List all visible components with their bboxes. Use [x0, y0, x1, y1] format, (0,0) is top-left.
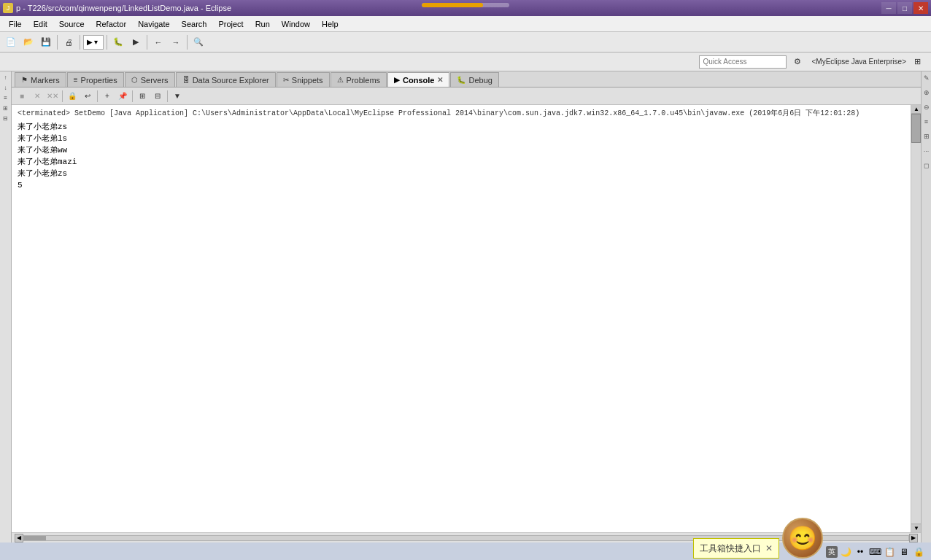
tray-moon-icon[interactable]: 🌙: [839, 545, 852, 559]
menu-help[interactable]: Help: [316, 18, 344, 30]
console-pin[interactable]: 📌: [115, 90, 130, 103]
console-output: <terminated> SetDemo [Java Application] …: [12, 105, 911, 532]
tab-console[interactable]: ▶ Console ✕: [387, 72, 449, 87]
console-line-4: 来了小老弟mazi: [18, 156, 905, 168]
console-tabs: ⚑ Markers ≡ Properties ⬡ Servers 🗄 Data …: [12, 71, 921, 88]
menu-run[interactable]: Run: [250, 18, 276, 30]
toolbar-search[interactable]: 🔍: [190, 34, 206, 50]
toolbar-forward[interactable]: →: [168, 34, 184, 50]
tab-debug-label: Debug: [468, 76, 492, 85]
toolbar-sep-1: [57, 35, 58, 50]
menu-source[interactable]: Source: [53, 18, 90, 30]
tooltip-box: 工具箱快捷入口 ✕: [693, 538, 779, 559]
hscroll-left[interactable]: ◀: [15, 534, 23, 542]
hscroll-thumb[interactable]: [24, 536, 46, 540]
menu-project[interactable]: Project: [212, 18, 249, 30]
toolbar-run-history[interactable]: ▶ ▾: [83, 35, 104, 50]
tray-lock-icon[interactable]: 🔒: [912, 545, 925, 559]
right-sidebar-icon-4[interactable]: ≡: [922, 118, 931, 127]
console-line-6: 5: [18, 179, 905, 191]
sidebar-icon-4[interactable]: ⊞: [1, 105, 10, 114]
tooltip-text: 工具箱快捷入口: [700, 542, 761, 555]
lang-badge[interactable]: 英: [826, 546, 838, 558]
perspective-button[interactable]: ⊞: [909, 54, 925, 70]
console-vscroll[interactable]: ▲ ▼: [911, 105, 921, 532]
eclipse-label: <MyEclipse Java Enterprise>: [811, 58, 906, 66]
right-sidebar-icon-5[interactable]: ⊞: [922, 133, 931, 141]
sidebar-icon-2[interactable]: ↓: [1, 85, 10, 93]
close-button[interactable]: ✕: [913, 2, 928, 14]
right-sidebar: ✎ ⊕ ⊖ ≡ ⊞ ··· ◻: [921, 71, 931, 542]
progress-bar-fill: [422, 3, 483, 7]
vscroll-thumb[interactable]: [911, 114, 921, 143]
toolbar-debug[interactable]: 🐛: [110, 34, 126, 50]
console-remove[interactable]: ✕: [30, 90, 45, 103]
toolbar-new[interactable]: 📄: [3, 34, 19, 50]
console-new[interactable]: +: [100, 90, 115, 103]
menu-window[interactable]: Window: [276, 18, 316, 30]
sidebar-icon-3[interactable]: ≡: [1, 95, 10, 104]
right-sidebar-icon-2[interactable]: ⊕: [922, 89, 931, 98]
console-word-wrap[interactable]: ↩: [80, 90, 95, 103]
toolbar-print[interactable]: 🖨: [61, 34, 77, 50]
tray-monitor-icon[interactable]: 🖥: [897, 545, 911, 559]
console-remove-all[interactable]: ✕✕: [45, 90, 60, 103]
minimize-button[interactable]: ─: [881, 2, 896, 14]
tab-problems-label: Problems: [347, 76, 380, 85]
tray-keyboard-icon[interactable]: ⌨: [868, 545, 881, 559]
sidebar-icon-5[interactable]: ⊟: [1, 115, 10, 124]
console-area: ⚑ Markers ≡ Properties ⬡ Servers 🗄 Data …: [12, 71, 921, 542]
tray-dot-icon[interactable]: ••: [854, 545, 867, 559]
properties-icon: ≡: [74, 76, 78, 84]
menu-file[interactable]: File: [3, 18, 28, 30]
console-terminate[interactable]: ■: [15, 90, 29, 103]
console-close-icon[interactable]: ✕: [437, 76, 443, 84]
console-icon: ▶: [394, 76, 400, 84]
console-sep-2: [97, 90, 98, 102]
tab-snippets[interactable]: ✂ Snippets: [277, 72, 330, 87]
sidebar-icon-1[interactable]: ↑: [1, 74, 10, 83]
menu-navigate[interactable]: Navigate: [132, 18, 175, 30]
toolbar-save[interactable]: 💾: [38, 34, 54, 50]
run-history-arrow: ▾: [94, 38, 98, 46]
console-scroll-lock[interactable]: 🔒: [65, 90, 80, 103]
toolbar-open[interactable]: 📂: [20, 34, 36, 50]
tab-datasource[interactable]: 🗄 Data Source Explorer: [176, 72, 276, 87]
toolbar: 📄 📂 💾 🖨 ▶ ▾ 🐛 ▶ ← → 🔍: [0, 32, 931, 52]
tab-datasource-label: Data Source Explorer: [193, 76, 269, 85]
tooltip-close-button[interactable]: ✕: [765, 543, 773, 553]
console-sep-1: [62, 90, 63, 102]
right-sidebar-icon-6[interactable]: ···: [922, 147, 931, 156]
toolbar-back[interactable]: ←: [150, 34, 166, 50]
preferences-button[interactable]: ⚙: [789, 54, 806, 70]
tab-properties-label: Properties: [81, 76, 117, 85]
tab-servers[interactable]: ⬡ Servers: [125, 72, 175, 87]
console-options[interactable]: ▼: [170, 90, 185, 103]
right-sidebar-icon-7[interactable]: ◻: [922, 162, 931, 171]
window-title: p - T226/src/com/qinwenpeng/LinkedListDe…: [16, 4, 231, 12]
menu-edit[interactable]: Edit: [28, 18, 53, 30]
bottom-overlay: 工具箱快捷入口 ✕ 😊 英 🌙 •• ⌨ 📋 🖥 🔒: [693, 518, 925, 559]
console-show-console[interactable]: ⊟: [150, 90, 165, 103]
debug-icon: 🐛: [457, 76, 465, 84]
console-display-selected[interactable]: ⊞: [135, 90, 150, 103]
menu-refactor[interactable]: Refactor: [90, 18, 133, 30]
tab-markers[interactable]: ⚑ Markers: [15, 72, 66, 87]
title-controls[interactable]: ─ □ ✕: [881, 2, 928, 14]
toolbar-sep-4: [147, 35, 147, 50]
avatar-face: 😊: [788, 524, 817, 552]
tab-console-label: Console: [403, 76, 434, 85]
toolbar-run[interactable]: ▶: [128, 34, 144, 50]
quick-access-input[interactable]: [699, 55, 787, 69]
right-sidebar-icon-1[interactable]: ✎: [922, 74, 931, 83]
tray-clipboard-icon[interactable]: 📋: [883, 545, 896, 559]
tab-debug[interactable]: 🐛 Debug: [450, 72, 498, 87]
tab-problems[interactable]: ⚠ Problems: [331, 72, 387, 87]
menu-search[interactable]: Search: [176, 18, 213, 30]
right-sidebar-icon-3[interactable]: ⊖: [922, 104, 931, 112]
maximize-button[interactable]: □: [897, 2, 912, 14]
tab-properties[interactable]: ≡ Properties: [67, 72, 124, 87]
problems-icon: ⚠: [337, 76, 344, 84]
vscroll-up-arrow[interactable]: ▲: [911, 105, 921, 114]
datasource-icon: 🗄: [182, 76, 190, 84]
